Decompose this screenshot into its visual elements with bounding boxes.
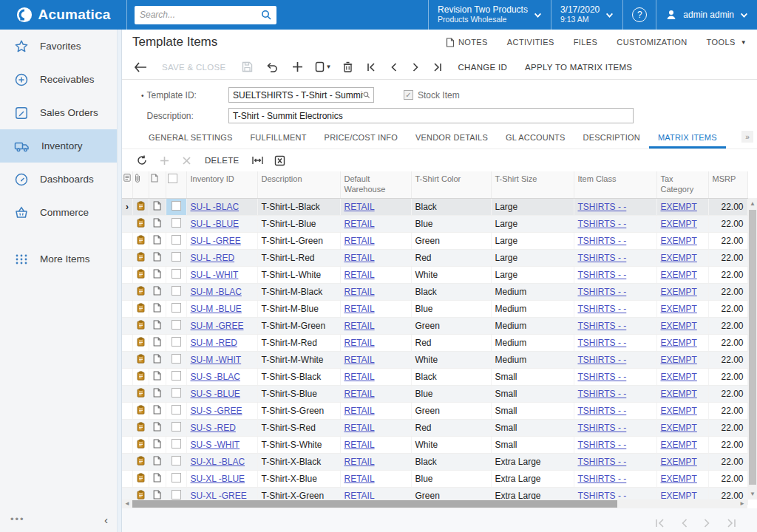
note-icon[interactable] xyxy=(137,371,145,381)
select-all-checkbox[interactable] xyxy=(168,174,177,183)
file-column-icon[interactable] xyxy=(151,174,158,183)
file-icon[interactable] xyxy=(153,235,161,245)
help-button[interactable]: ? xyxy=(622,0,656,30)
tax-category-link[interactable]: EXEMPT xyxy=(661,338,697,348)
scroll-right-icon[interactable]: ► xyxy=(739,500,745,507)
warehouse-link[interactable]: RETAIL xyxy=(344,423,375,433)
row-checkbox[interactable] xyxy=(172,320,181,330)
inventory-id-link[interactable]: SU-M -GREE xyxy=(191,321,244,331)
note-icon[interactable] xyxy=(137,201,145,211)
item-class-link[interactable]: TSHIRTS - - xyxy=(578,355,627,365)
table-row[interactable]: SU-M -BLUE T-Shirt-M-Blue RETAIL Blue Me… xyxy=(122,300,747,317)
row-checkbox[interactable] xyxy=(172,303,181,313)
item-class-link[interactable]: TSHIRTS - - xyxy=(578,457,627,467)
tax-category-link[interactable]: EXEMPT xyxy=(661,219,697,229)
note-icon[interactable] xyxy=(137,252,145,262)
row-checkbox[interactable] xyxy=(172,337,181,347)
tax-category-link[interactable]: EXEMPT xyxy=(661,372,697,382)
table-row[interactable]: SU-S -WHIT T-Shirt-S-White RETAIL White … xyxy=(122,436,747,453)
row-checkbox[interactable] xyxy=(172,490,181,499)
description-input[interactable]: T-Shirt - Summit Electronics xyxy=(228,108,634,123)
table-row[interactable]: SU-L -BLUE T-Shirt-L-Blue RETAIL Blue La… xyxy=(122,215,747,232)
tab-matrix-items[interactable]: MATRIX ITEMS xyxy=(649,133,726,149)
row-checkbox[interactable] xyxy=(172,286,181,296)
user-menu[interactable]: admin admin xyxy=(656,0,757,30)
tab-vendor-details[interactable]: VENDOR DETAILS xyxy=(407,133,497,149)
save-button[interactable] xyxy=(234,56,259,78)
column-header[interactable]: MSRP xyxy=(708,171,747,198)
item-class-link[interactable]: TSHIRTS - - xyxy=(578,219,627,229)
note-icon[interactable] xyxy=(137,320,145,330)
inventory-id-link[interactable]: SU-L -GREE xyxy=(191,236,241,246)
file-icon[interactable] xyxy=(153,405,161,415)
tax-category-link[interactable]: EXEMPT xyxy=(661,287,697,297)
tabs-overflow-icon[interactable]: » xyxy=(741,131,753,143)
table-row[interactable]: SU-S -RED T-Shirt-S-Red RETAIL Red Small… xyxy=(122,419,747,436)
item-class-link[interactable]: TSHIRTS - - xyxy=(578,338,627,348)
apply-to-matrix-items-button[interactable]: APPLY TO MATRIX ITEMS xyxy=(516,63,641,72)
delete-row-button[interactable] xyxy=(175,151,197,170)
column-header[interactable]: T-Shirt Color xyxy=(411,171,491,198)
inventory-id-link[interactable]: SU-S -WHIT xyxy=(191,440,240,450)
tab-general-settings[interactable]: GENERAL SETTINGS xyxy=(140,133,241,149)
file-icon[interactable] xyxy=(153,422,161,432)
go-first-button[interactable] xyxy=(360,56,382,78)
file-icon[interactable] xyxy=(153,252,161,262)
table-row[interactable]: SU-XL -BLAC T-Shirt-X-Black RETAIL Black… xyxy=(122,453,747,470)
files-button[interactable]: FILES xyxy=(574,38,598,47)
back-button[interactable] xyxy=(128,56,153,78)
inventory-id-link[interactable]: SU-L -WHIT xyxy=(191,270,239,280)
vertical-scrollbar[interactable]: ▲ ▼ xyxy=(748,198,757,499)
go-prev-button[interactable] xyxy=(382,56,404,78)
tax-category-link[interactable]: EXEMPT xyxy=(661,202,697,212)
row-checkbox[interactable] xyxy=(172,201,181,211)
export-excel-button[interactable] xyxy=(269,151,291,170)
save-close-button[interactable]: SAVE & CLOSE xyxy=(153,63,234,72)
note-icon[interactable] xyxy=(137,269,145,279)
inventory-id-link[interactable]: SU-S -GREE xyxy=(191,406,242,416)
file-icon[interactable] xyxy=(153,473,161,482)
page-first-icon[interactable] xyxy=(655,519,665,528)
column-header[interactable]: Tax Category xyxy=(656,171,708,198)
fit-width-button[interactable] xyxy=(247,151,269,170)
go-last-button[interactable] xyxy=(427,56,449,78)
item-class-link[interactable]: TSHIRTS - - xyxy=(578,304,627,314)
inventory-id-link[interactable]: SU-M -WHIT xyxy=(191,355,242,365)
file-icon[interactable] xyxy=(153,303,161,313)
search-icon[interactable] xyxy=(261,10,271,20)
table-row[interactable]: SU-S -BLUE T-Shirt-S-Blue RETAIL Blue Sm… xyxy=(122,385,747,402)
inventory-id-link[interactable]: SU-L -BLUE xyxy=(191,219,240,229)
company-selector[interactable]: Revision Two Products Products Wholesale xyxy=(428,0,551,30)
inventory-id-link[interactable]: SU-S -BLUE xyxy=(191,389,240,399)
inventory-id-link[interactable]: SU-XL -BLAC xyxy=(191,457,245,467)
warehouse-link[interactable]: RETAIL xyxy=(344,457,375,467)
note-icon[interactable] xyxy=(137,337,145,347)
row-checkbox[interactable] xyxy=(172,269,181,279)
table-row[interactable]: SU-L -RED T-Shirt-L-Red RETAIL Red Large… xyxy=(122,249,747,266)
warehouse-link[interactable]: RETAIL xyxy=(344,236,375,246)
note-icon[interactable] xyxy=(137,439,145,449)
warehouse-link[interactable]: RETAIL xyxy=(344,219,375,229)
note-icon[interactable] xyxy=(137,473,145,482)
customization-button[interactable]: CUSTOMIZATION xyxy=(617,38,687,47)
delete-button[interactable]: DELETE xyxy=(197,156,247,165)
warehouse-link[interactable]: RETAIL xyxy=(344,355,375,365)
sidebar-item-commerce[interactable]: Commerce xyxy=(0,196,117,229)
horizontal-scrollbar[interactable]: ◄ ► xyxy=(122,499,747,508)
sidebar-item-receivables[interactable]: Receivables xyxy=(0,63,117,96)
table-row[interactable]: SU-M -GREE T-Shirt-M-Green RETAIL Green … xyxy=(122,317,747,334)
tax-category-link[interactable]: EXEMPT xyxy=(661,236,697,246)
warehouse-link[interactable]: RETAIL xyxy=(344,474,375,484)
inventory-id-link[interactable]: SU-L -BLAC xyxy=(191,202,240,212)
tab-price-cost-info[interactable]: PRICE/COST INFO xyxy=(316,133,407,149)
tab-fulfillment[interactable]: FULFILLMENT xyxy=(241,133,315,149)
file-icon[interactable] xyxy=(153,320,161,330)
template-id-input[interactable]: SUELTSHIRTS - T-Shirt - Summit Elec xyxy=(228,87,374,103)
note-icon[interactable] xyxy=(137,286,145,296)
note-icon[interactable] xyxy=(137,235,145,245)
warehouse-link[interactable]: RETAIL xyxy=(344,304,375,314)
row-checkbox[interactable] xyxy=(172,371,181,381)
row-checkbox[interactable] xyxy=(172,388,181,398)
item-class-link[interactable]: TSHIRTS - - xyxy=(578,372,627,382)
item-class-link[interactable]: TSHIRTS - - xyxy=(578,287,627,297)
